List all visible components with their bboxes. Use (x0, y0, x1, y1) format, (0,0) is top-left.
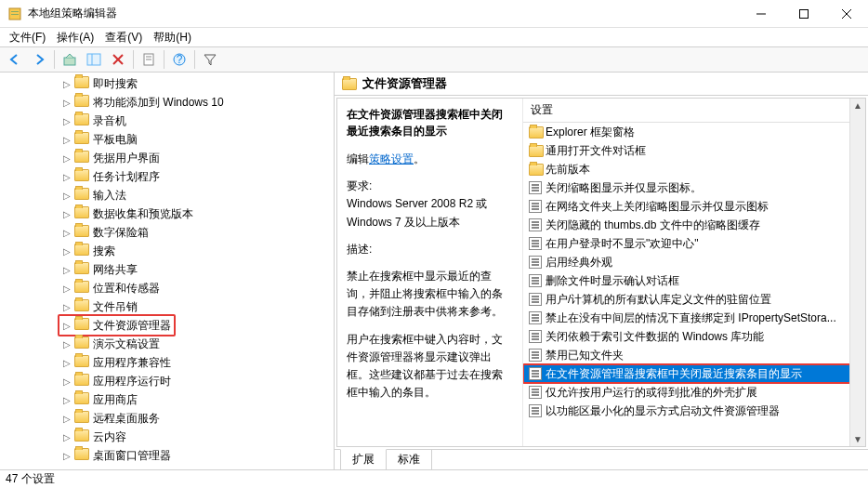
tree-item[interactable]: ▷凭据用户界面 (61, 149, 334, 167)
maximize-button[interactable] (783, 0, 825, 28)
tree-item[interactable]: ▷文件资源管理器 (61, 316, 334, 335)
tab-standard[interactable]: 标准 (386, 450, 432, 469)
list-item[interactable]: 仅允许按用户运行的或得到批准的外壳扩展 (523, 383, 865, 402)
back-button[interactable] (4, 48, 26, 71)
expand-icon[interactable]: ▷ (61, 152, 72, 164)
tree-item[interactable]: ▷位置和传感器 (61, 279, 334, 297)
list-item[interactable]: 以功能区最小化的显示方式启动文件资源管理器 (523, 402, 865, 420)
requirements-label: 要求: (347, 179, 372, 192)
list-item[interactable]: 通用打开文件对话框 (523, 141, 865, 160)
expand-icon[interactable]: ▷ (61, 115, 72, 126)
tree-item-label: 应用程序兼容性 (93, 355, 171, 371)
list-item[interactable]: 关闭缩略图显示并仅显示图标。 (523, 178, 865, 197)
tree-item[interactable]: ▷桌面窗口管理器 (61, 446, 334, 465)
tree-item[interactable]: ▷远程桌面服务 (61, 409, 334, 428)
menu-bar: 文件(F) 操作(A) 查看(V) 帮助(H) (0, 28, 868, 46)
tree-item[interactable]: ▷数字保险箱 (61, 223, 334, 242)
tree-item[interactable]: ▷录音机 (61, 112, 334, 130)
expand-icon[interactable]: ▷ (61, 208, 72, 219)
list-item[interactable]: 用户/计算机的所有默认库定义文件的驻留位置 (523, 290, 865, 309)
tree-item-label: 演示文稿设置 (93, 336, 160, 352)
folder-icon (74, 76, 89, 91)
tree-item[interactable]: ▷数据收集和预览版本 (61, 204, 334, 223)
tree-item-label: 位置和传感器 (93, 281, 160, 297)
tree-item-label: 将功能添加到 Windows 10 (93, 95, 224, 111)
tree-item[interactable]: ▷输入法 (61, 186, 334, 204)
tree-item[interactable]: ▷云内容 (61, 428, 334, 446)
expand-icon[interactable]: ▷ (61, 245, 72, 257)
expand-icon[interactable]: ▷ (61, 357, 72, 368)
expand-icon[interactable]: ▷ (61, 134, 72, 145)
list-item[interactable]: Explorer 框架窗格 (523, 123, 865, 141)
list-item[interactable]: 删除文件时显示确认对话框 (523, 271, 865, 290)
menu-action[interactable]: 操作(A) (51, 28, 99, 47)
folder-icon (74, 113, 89, 128)
tree-item[interactable]: ▷应用程序兼容性 (61, 353, 334, 372)
settings-list[interactable]: 设置 Explorer 框架窗格通用打开文件对话框先前版本关闭缩略图显示并仅显示… (523, 99, 865, 446)
close-button[interactable] (825, 0, 868, 28)
expand-icon[interactable]: ▷ (61, 376, 72, 387)
expand-icon[interactable]: ▷ (61, 301, 72, 312)
properties-button[interactable] (138, 48, 160, 71)
minimize-button[interactable] (740, 0, 783, 28)
list-item[interactable]: 在用户登录时不显示"欢迎中心" (523, 234, 865, 253)
tree-item[interactable]: ▷搜索 (61, 242, 334, 260)
list-item[interactable]: 启用经典外观 (523, 253, 865, 271)
tree-item[interactable]: ▷将功能添加到 Windows 10 (61, 93, 334, 112)
list-item[interactable]: 关闭隐藏的 thumbs.db 文件中的缩略图缓存 (523, 216, 865, 234)
list-item[interactable]: 在网络文件夹上关闭缩略图显示并仅显示图标 (523, 197, 865, 216)
show-tree-button[interactable] (83, 48, 105, 71)
list-item[interactable]: 在文件资源管理器搜索框中关闭最近搜索条目的显示 (523, 364, 865, 383)
expand-icon[interactable]: ▷ (61, 283, 72, 294)
setting-icon (529, 181, 542, 194)
setting-icon (529, 274, 542, 287)
expand-icon[interactable]: ▷ (61, 97, 72, 108)
tree-item[interactable]: ▷平板电脑 (61, 130, 334, 149)
folder-icon (74, 132, 89, 147)
setting-icon (529, 404, 542, 417)
tree-pane[interactable]: ▷即时搜索▷将功能添加到 Windows 10▷录音机▷平板电脑▷凭据用户界面▷… (0, 73, 335, 469)
expand-icon[interactable]: ▷ (61, 338, 72, 350)
up-button[interactable] (59, 48, 81, 71)
list-item[interactable]: 关闭依赖于索引文件数据的 Windows 库功能 (523, 327, 865, 346)
expand-icon[interactable]: ▷ (61, 190, 72, 201)
view-tabs: 扩展 标准 (335, 449, 868, 469)
help-button[interactable]: ? (168, 48, 191, 71)
tree-item[interactable]: ▷应用程序运行时 (61, 372, 334, 390)
expand-icon[interactable]: ▷ (61, 320, 72, 331)
menu-help[interactable]: 帮助(H) (148, 28, 197, 47)
list-item-label: 仅允许按用户运行的或得到批准的外壳扩展 (546, 385, 757, 401)
delete-button[interactable] (107, 48, 129, 71)
filter-button[interactable] (199, 48, 221, 71)
expand-icon[interactable]: ▷ (61, 450, 72, 461)
list-header[interactable]: 设置 (523, 99, 865, 123)
folder-icon (74, 281, 89, 296)
expand-icon[interactable]: ▷ (61, 394, 72, 405)
setting-icon (529, 311, 542, 324)
folder-icon (529, 164, 544, 176)
scroll-down-icon[interactable]: ▼ (853, 434, 862, 444)
tab-extended[interactable]: 扩展 (340, 449, 387, 469)
tree-item[interactable]: ▷即时搜索 (61, 74, 334, 93)
svg-rect-7 (64, 58, 75, 65)
list-item[interactable]: 禁止在没有中间层的情况下直接绑定到 IPropertySetStora... (523, 309, 865, 327)
tree-item[interactable]: ▷演示文稿设置 (61, 335, 334, 353)
forward-button[interactable] (28, 48, 50, 71)
scrollbar[interactable]: ▲ ▼ (849, 99, 865, 446)
menu-view[interactable]: 查看(V) (99, 28, 148, 47)
list-item[interactable]: 先前版本 (523, 160, 865, 178)
scroll-up-icon[interactable]: ▲ (853, 100, 862, 111)
tree-item[interactable]: ▷任务计划程序 (61, 167, 334, 186)
tree-item[interactable]: ▷文件吊销 (61, 297, 334, 316)
expand-icon[interactable]: ▷ (61, 78, 72, 89)
list-item[interactable]: 禁用已知文件夹 (523, 346, 865, 364)
tree-item[interactable]: ▷应用商店 (61, 390, 334, 409)
tree-item[interactable]: ▷网络共享 (61, 260, 334, 279)
expand-icon[interactable]: ▷ (61, 264, 72, 275)
expand-icon[interactable]: ▷ (61, 413, 72, 424)
expand-icon[interactable]: ▷ (61, 171, 72, 182)
menu-file[interactable]: 文件(F) (4, 28, 51, 47)
edit-policy-link[interactable]: 策略设置 (369, 152, 414, 165)
expand-icon[interactable]: ▷ (61, 431, 72, 442)
expand-icon[interactable]: ▷ (61, 227, 72, 238)
